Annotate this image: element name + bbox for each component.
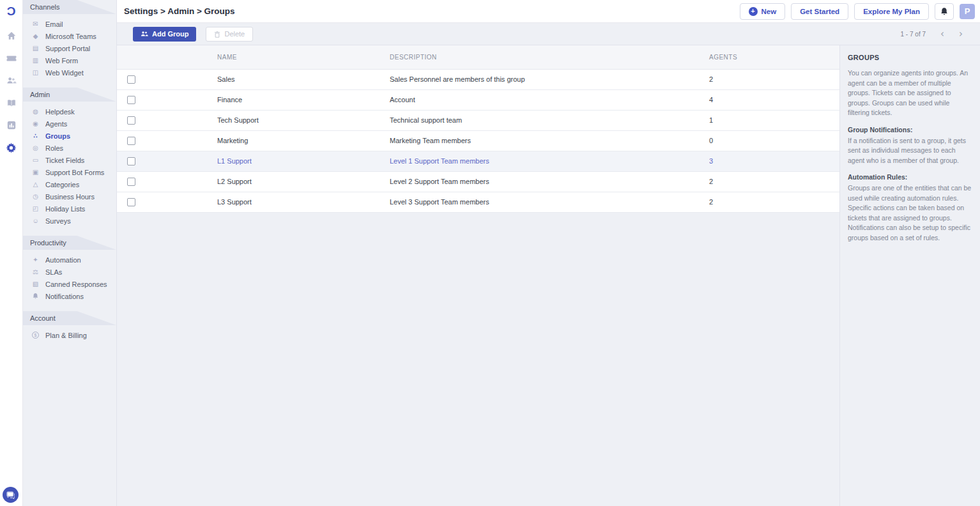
sidebar-item-canned-responses[interactable]: ▧Canned Responses (23, 278, 116, 290)
table-header-row: NAME DESCRIPTION AGENTS (117, 45, 839, 69)
sidebar-item-slas[interactable]: ⚖SLAs (23, 266, 116, 278)
sidebar-item-business-hours[interactable]: ◷Business Hours (23, 190, 116, 203)
sidebar-item-web-form[interactable]: ▥Web Form (23, 54, 116, 66)
automation-icon: ✦ (31, 256, 40, 264)
bot-forms-icon: ▣ (31, 168, 40, 176)
table-row[interactable]: L3 Support Level 3 Support Team members … (117, 192, 839, 212)
roles-icon: ◎ (31, 144, 40, 152)
user-avatar[interactable]: P (960, 4, 975, 19)
home-icon[interactable] (6, 30, 17, 42)
notifications-bell-button[interactable] (935, 3, 954, 20)
info-section-heading: Group Notifications: (848, 126, 972, 134)
canned-responses-icon: ▧ (31, 280, 40, 288)
sidebar-item-support-portal[interactable]: ▤Support Portal (23, 42, 116, 54)
sidebar-section-productivity: Productivity (23, 236, 116, 250)
table-row[interactable]: Finance Account 4 (117, 89, 839, 110)
chevron-left-icon[interactable]: ‹ (938, 29, 946, 39)
groups-icon: ∴ (31, 132, 40, 140)
row-checkbox[interactable] (127, 75, 135, 84)
table-row[interactable]: Tech Support Technical support team 1 (117, 110, 839, 130)
sidebar-item-web-widget[interactable]: ◫Web Widget (23, 66, 116, 79)
categories-icon: △ (31, 180, 40, 188)
pagination-range: 1 - 7 of 7 (901, 31, 926, 38)
sidebar-item-roles[interactable]: ◎Roles (23, 142, 116, 154)
row-checkbox[interactable] (127, 198, 135, 206)
group-description: Account (390, 89, 709, 110)
top-bar: Settings > Admin > Groups + New Get Star… (117, 0, 980, 23)
delete-button[interactable]: Delete (206, 27, 253, 42)
sidebar-item-ticket-fields[interactable]: ▭Ticket Fields (23, 154, 116, 166)
surveys-icon: ☺ (31, 217, 40, 225)
sidebar-item-email[interactable]: ✉Email (23, 18, 116, 30)
sidebar-item-automation[interactable]: ✦Automation (23, 254, 116, 266)
sidebar-item-groups[interactable]: ∴Groups (23, 130, 116, 142)
group-name[interactable]: Sales (217, 69, 390, 89)
table-row[interactable]: Sales Sales Personnel are members of thi… (117, 69, 839, 89)
sidebar-item-notifications[interactable]: Notifications (23, 290, 116, 302)
explore-my-plan-button[interactable]: Explore My Plan (854, 3, 929, 20)
plan-billing-icon: $ (31, 331, 40, 339)
settings-gear-icon[interactable] (6, 142, 17, 153)
group-name[interactable]: Tech Support (217, 110, 390, 130)
agents-icon: ◉ (31, 119, 40, 128)
group-name[interactable]: Finance (217, 89, 390, 110)
sidebar-item-support-bot-forms[interactable]: ▣Support Bot Forms (23, 166, 116, 178)
select-all-header (117, 45, 217, 69)
row-checkbox[interactable] (127, 178, 135, 186)
info-section-heading: Automation Rules: (848, 173, 972, 181)
knowledge-base-icon[interactable] (6, 97, 17, 109)
group-description: Sales Personnel are members of this grou… (390, 69, 709, 89)
sidebar-item-categories[interactable]: △Categories (23, 178, 116, 190)
sidebar-item-surveys[interactable]: ☺Surveys (23, 215, 116, 227)
sidebar-item-helpdesk[interactable]: ◍Helpdesk (23, 105, 116, 118)
sidebar-item-agents[interactable]: ◉Agents (23, 118, 116, 130)
info-panel-intro: You can organize agents into groups. An … (848, 68, 972, 118)
web-form-icon: ▥ (31, 56, 40, 65)
breadcrumb: Settings > Admin > Groups (124, 6, 235, 16)
group-name[interactable]: Marketing (217, 130, 390, 151)
group-name[interactable]: L3 Support (217, 192, 390, 212)
info-section-body: If a notification is sent to a group, it… (848, 136, 972, 166)
settings-sidebar: Channels ✉Email ◆Microsoft Teams ▤Suppor… (23, 0, 117, 506)
row-checkbox[interactable] (127, 137, 135, 145)
chevron-right-icon[interactable]: › (957, 29, 965, 39)
chat-launcher-button[interactable] (3, 487, 19, 503)
sidebar-item-holiday-lists[interactable]: ◰Holiday Lists (23, 203, 116, 215)
name-column-header: NAME (217, 45, 390, 69)
app-root: Ɔ Channels ✉Email ◆Mi (0, 0, 980, 506)
row-checkbox[interactable] (127, 96, 135, 104)
sidebar-item-microsoft-teams[interactable]: ◆Microsoft Teams (23, 30, 116, 42)
notifications-bell-icon (31, 292, 40, 300)
holiday-lists-icon: ◰ (31, 204, 40, 213)
groups-table-area: NAME DESCRIPTION AGENTS Sales Sales Pers… (117, 45, 839, 506)
new-button[interactable]: + New (740, 3, 786, 20)
teams-icon: ◆ (31, 32, 40, 40)
tickets-icon[interactable] (6, 52, 17, 64)
brand-logo[interactable]: Ɔ (0, 0, 22, 23)
group-agents-count: 2 (709, 192, 839, 212)
row-checkbox[interactable] (127, 157, 135, 165)
row-checkbox[interactable] (127, 116, 135, 125)
contacts-icon[interactable] (6, 75, 17, 86)
group-description: Marketing Team members (390, 130, 709, 151)
sidebar-section-channels: Channels (23, 0, 116, 14)
sidebar-item-plan-billing[interactable]: $ Plan & Billing (23, 329, 116, 341)
group-name[interactable]: L1 Support (217, 151, 390, 171)
add-group-button[interactable]: Add Group (133, 27, 196, 42)
group-agents-count: 3 (709, 151, 839, 171)
reports-icon[interactable] (6, 119, 17, 131)
group-description: Level 3 Support Team members (390, 192, 709, 212)
groups-info-panel: GROUPS You can organize agents into grou… (839, 45, 980, 506)
description-column-header: DESCRIPTION (390, 45, 709, 69)
email-icon: ✉ (31, 20, 40, 28)
icon-rail: Ɔ (0, 0, 23, 506)
slas-icon: ⚖ (31, 268, 40, 276)
group-name[interactable]: L2 Support (217, 171, 390, 192)
table-row[interactable]: Marketing Marketing Team members 0 (117, 130, 839, 151)
bell-icon (940, 7, 949, 16)
plus-icon: + (749, 7, 758, 16)
table-row[interactable]: L2 Support Level 2 Support Team members … (117, 171, 839, 192)
get-started-button[interactable]: Get Started (791, 3, 848, 20)
table-row-selected[interactable]: L1 Support Level 1 Support Team members … (117, 151, 839, 171)
portal-icon: ▤ (31, 44, 40, 52)
